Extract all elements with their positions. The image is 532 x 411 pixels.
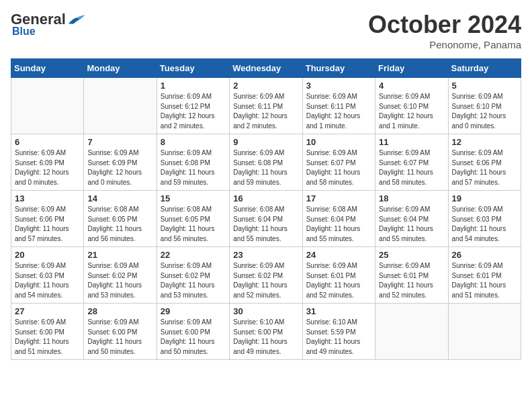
weekday-header-wednesday: Wednesday <box>230 59 302 78</box>
calendar-cell: 1Sunrise: 6:09 AM Sunset: 6:12 PM Daylig… <box>157 78 229 134</box>
day-number: 18 <box>379 193 444 203</box>
calendar-cell: 29Sunrise: 6:09 AM Sunset: 6:00 PM Dayli… <box>157 304 229 360</box>
calendar-cell: 14Sunrise: 6:08 AM Sunset: 6:05 PM Dayli… <box>84 191 157 247</box>
day-info: Sunrise: 6:09 AM Sunset: 6:02 PM Dayligh… <box>233 261 298 300</box>
calendar-week-row: 13Sunrise: 6:09 AM Sunset: 6:06 PM Dayli… <box>11 191 521 247</box>
day-number: 19 <box>452 193 517 203</box>
day-info: Sunrise: 6:09 AM Sunset: 6:11 PM Dayligh… <box>306 92 371 131</box>
calendar-cell: 24Sunrise: 6:09 AM Sunset: 6:01 PM Dayli… <box>302 247 375 304</box>
day-info: Sunrise: 6:09 AM Sunset: 6:12 PM Dayligh… <box>161 92 226 131</box>
calendar-cell: 22Sunrise: 6:09 AM Sunset: 6:02 PM Dayli… <box>157 247 229 304</box>
day-info: Sunrise: 6:10 AM Sunset: 5:59 PM Dayligh… <box>306 318 371 357</box>
day-info: Sunrise: 6:09 AM Sunset: 6:07 PM Dayligh… <box>306 148 371 187</box>
calendar-cell: 9Sunrise: 6:09 AM Sunset: 6:08 PM Daylig… <box>230 134 302 191</box>
day-number: 30 <box>233 306 298 316</box>
day-number: 16 <box>233 193 298 203</box>
logo: General Blue <box>11 11 86 38</box>
calendar-table: SundayMondayTuesdayWednesdayThursdayFrid… <box>11 58 521 360</box>
calendar-cell <box>84 78 157 134</box>
calendar-cell: 8Sunrise: 6:09 AM Sunset: 6:08 PM Daylig… <box>157 134 229 191</box>
logo-bird-icon <box>67 12 86 27</box>
calendar-cell: 27Sunrise: 6:09 AM Sunset: 6:00 PM Dayli… <box>11 304 84 360</box>
calendar-cell: 6Sunrise: 6:09 AM Sunset: 6:09 PM Daylig… <box>11 134 84 191</box>
calendar-cell: 7Sunrise: 6:09 AM Sunset: 6:09 PM Daylig… <box>84 134 157 191</box>
calendar-cell: 10Sunrise: 6:09 AM Sunset: 6:07 PM Dayli… <box>302 134 375 191</box>
calendar-cell: 15Sunrise: 6:08 AM Sunset: 6:05 PM Dayli… <box>157 191 229 247</box>
weekday-header-saturday: Saturday <box>448 59 521 78</box>
day-number: 15 <box>161 193 226 203</box>
calendar-week-row: 20Sunrise: 6:09 AM Sunset: 6:03 PM Dayli… <box>11 247 521 304</box>
day-number: 14 <box>87 193 152 203</box>
calendar-week-row: 27Sunrise: 6:09 AM Sunset: 6:00 PM Dayli… <box>11 304 521 360</box>
day-number: 2 <box>233 81 298 91</box>
calendar-cell: 3Sunrise: 6:09 AM Sunset: 6:11 PM Daylig… <box>302 78 375 134</box>
day-info: Sunrise: 6:09 AM Sunset: 6:08 PM Dayligh… <box>233 148 298 187</box>
day-info: Sunrise: 6:09 AM Sunset: 6:07 PM Dayligh… <box>379 148 444 187</box>
day-info: Sunrise: 6:09 AM Sunset: 6:01 PM Dayligh… <box>379 261 444 300</box>
day-info: Sunrise: 6:09 AM Sunset: 6:03 PM Dayligh… <box>15 261 80 300</box>
day-info: Sunrise: 6:09 AM Sunset: 6:00 PM Dayligh… <box>15 318 80 357</box>
calendar-cell <box>11 78 84 134</box>
calendar-cell: 13Sunrise: 6:09 AM Sunset: 6:06 PM Dayli… <box>11 191 84 247</box>
day-info: Sunrise: 6:08 AM Sunset: 6:04 PM Dayligh… <box>233 205 298 244</box>
day-info: Sunrise: 6:09 AM Sunset: 6:04 PM Dayligh… <box>379 205 444 244</box>
day-info: Sunrise: 6:10 AM Sunset: 6:00 PM Dayligh… <box>233 318 298 357</box>
calendar-cell: 25Sunrise: 6:09 AM Sunset: 6:01 PM Dayli… <box>375 247 448 304</box>
day-info: Sunrise: 6:09 AM Sunset: 6:09 PM Dayligh… <box>87 148 152 187</box>
weekday-header-friday: Friday <box>375 59 448 78</box>
calendar-cell: 17Sunrise: 6:08 AM Sunset: 6:04 PM Dayli… <box>302 191 375 247</box>
day-number: 12 <box>452 137 517 147</box>
weekday-header-monday: Monday <box>84 59 157 78</box>
day-number: 7 <box>87 137 152 147</box>
day-number: 25 <box>379 250 444 260</box>
day-info: Sunrise: 6:09 AM Sunset: 6:01 PM Dayligh… <box>306 261 371 300</box>
weekday-header-thursday: Thursday <box>302 59 375 78</box>
calendar-cell: 31Sunrise: 6:10 AM Sunset: 5:59 PM Dayli… <box>302 304 375 360</box>
day-number: 22 <box>161 250 226 260</box>
day-number: 31 <box>306 306 371 316</box>
day-info: Sunrise: 6:09 AM Sunset: 6:00 PM Dayligh… <box>87 318 152 357</box>
day-number: 28 <box>87 306 152 316</box>
day-info: Sunrise: 6:09 AM Sunset: 6:08 PM Dayligh… <box>161 148 226 187</box>
calendar-cell: 12Sunrise: 6:09 AM Sunset: 6:06 PM Dayli… <box>448 134 521 191</box>
day-number: 6 <box>15 137 80 147</box>
day-number: 27 <box>15 306 80 316</box>
calendar-cell <box>448 304 521 360</box>
day-number: 29 <box>161 306 226 316</box>
calendar-cell: 20Sunrise: 6:09 AM Sunset: 6:03 PM Dayli… <box>11 247 84 304</box>
calendar-cell: 23Sunrise: 6:09 AM Sunset: 6:02 PM Dayli… <box>230 247 302 304</box>
day-info: Sunrise: 6:09 AM Sunset: 6:03 PM Dayligh… <box>452 205 517 244</box>
day-number: 21 <box>87 250 152 260</box>
calendar-cell <box>375 304 448 360</box>
day-info: Sunrise: 6:08 AM Sunset: 6:05 PM Dayligh… <box>87 205 152 244</box>
day-info: Sunrise: 6:09 AM Sunset: 6:09 PM Dayligh… <box>15 148 80 187</box>
day-number: 5 <box>452 81 517 91</box>
day-info: Sunrise: 6:09 AM Sunset: 6:00 PM Dayligh… <box>161 318 226 357</box>
day-info: Sunrise: 6:09 AM Sunset: 6:10 PM Dayligh… <box>379 92 444 131</box>
day-number: 9 <box>233 137 298 147</box>
calendar-cell: 19Sunrise: 6:09 AM Sunset: 6:03 PM Dayli… <box>448 191 521 247</box>
day-info: Sunrise: 6:08 AM Sunset: 6:05 PM Dayligh… <box>161 205 226 244</box>
day-number: 26 <box>452 250 517 260</box>
day-info: Sunrise: 6:09 AM Sunset: 6:11 PM Dayligh… <box>233 92 298 131</box>
calendar-cell: 28Sunrise: 6:09 AM Sunset: 6:00 PM Dayli… <box>84 304 157 360</box>
calendar-cell: 30Sunrise: 6:10 AM Sunset: 6:00 PM Dayli… <box>230 304 302 360</box>
weekday-header-row: SundayMondayTuesdayWednesdayThursdayFrid… <box>11 59 521 78</box>
day-number: 10 <box>306 137 371 147</box>
day-number: 4 <box>379 81 444 91</box>
day-info: Sunrise: 6:08 AM Sunset: 6:04 PM Dayligh… <box>306 205 371 244</box>
day-info: Sunrise: 6:09 AM Sunset: 6:06 PM Dayligh… <box>452 148 517 187</box>
calendar-cell: 21Sunrise: 6:09 AM Sunset: 6:02 PM Dayli… <box>84 247 157 304</box>
day-info: Sunrise: 6:09 AM Sunset: 6:10 PM Dayligh… <box>452 92 517 131</box>
calendar-cell: 16Sunrise: 6:08 AM Sunset: 6:04 PM Dayli… <box>230 191 302 247</box>
day-number: 24 <box>306 250 371 260</box>
day-info: Sunrise: 6:09 AM Sunset: 6:02 PM Dayligh… <box>161 261 226 300</box>
weekday-header-tuesday: Tuesday <box>157 59 229 78</box>
day-number: 20 <box>15 250 80 260</box>
day-number: 3 <box>306 81 371 91</box>
page-header: General Blue October 2024 Penonome, Pana… <box>11 11 521 50</box>
day-number: 17 <box>306 193 371 203</box>
calendar-week-row: 6Sunrise: 6:09 AM Sunset: 6:09 PM Daylig… <box>11 134 521 191</box>
day-number: 13 <box>15 193 80 203</box>
month-title: October 2024 <box>368 11 521 39</box>
